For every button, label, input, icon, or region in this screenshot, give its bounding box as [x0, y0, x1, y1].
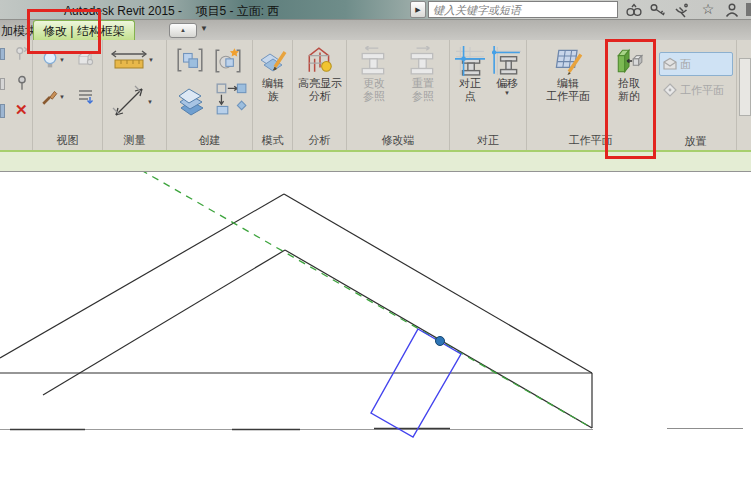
placement-face-label: 面: [680, 57, 691, 72]
reset-reference-icon: [408, 45, 438, 77]
pick-new-work-plane-button[interactable]: 拾取 新的: [607, 42, 651, 103]
edit-family-button[interactable]: 编辑 族: [255, 42, 291, 103]
unpin-disabled-icon[interactable]: [13, 45, 31, 63]
face-icon: [660, 57, 680, 72]
delete-button[interactable]: ✕: [15, 102, 28, 117]
override-graphics-brush-button[interactable]: ▼: [41, 88, 65, 106]
aligned-dimension-button[interactable]: ▼: [111, 84, 153, 120]
create-group-button[interactable]: [175, 46, 205, 76]
ribbon-display-dropdown-icon[interactable]: ▼: [200, 24, 208, 33]
dropdown-icon: ▼: [59, 57, 65, 64]
thin-lines-button[interactable]: [77, 88, 95, 106]
reset-reference-button: 重置 参照: [401, 42, 445, 103]
ribbon: ✕ ▼ ▼ 视图: [0, 40, 751, 152]
panel-label-view[interactable]: 视图: [33, 132, 102, 150]
highlight-analytical-button[interactable]: 高亮显示 分析: [297, 42, 343, 103]
drawing-area[interactable]: [0, 172, 751, 500]
expand-arrow-icon: ▶: [415, 6, 420, 13]
pick-new-icon: [614, 45, 644, 77]
temporary-hide-lightbulb-button[interactable]: ▼: [41, 50, 65, 70]
dropdown-icon: ▼: [504, 90, 510, 97]
panel-clipped-right: [737, 40, 751, 150]
reference-plane-dashed-line[interactable]: [141, 172, 592, 428]
panel-label-measure[interactable]: 测量: [103, 132, 166, 150]
revit-window: Autodesk Revit 2015 - 项目5 - 立面: 西 ▶ ☆ 加模…: [0, 0, 751, 500]
dropdown-icon: ▼: [147, 99, 153, 106]
clipped-edge-icon: [746, 3, 751, 16]
tab-addins-partial[interactable]: 加模块: [1, 23, 37, 40]
change-reference-button: 更改 参照: [352, 42, 396, 103]
create-similar-button[interactable]: [175, 84, 209, 116]
offset-icon: [492, 45, 522, 77]
search-expand-button[interactable]: ▶: [410, 1, 426, 18]
subscription-key-icon[interactable]: [648, 1, 668, 19]
create-parts-button[interactable]: [215, 82, 247, 116]
edit-work-plane-button[interactable]: 编辑 工作平面: [533, 42, 603, 103]
panel-modify-clipped: ✕: [0, 40, 33, 150]
infocenter-search-input[interactable]: [428, 1, 618, 18]
edit-family-icon: [258, 45, 288, 77]
title-bar: Autodesk Revit 2015 - 项目5 - 立面: 西 ▶ ☆: [0, 0, 751, 20]
edit-work-plane-icon: [553, 45, 583, 77]
panel-modify-ends: 更改 参照 重置 参照 修改端: [347, 40, 450, 150]
ribbon-tab-row: 加模块 修改 | 结构框架 ▲ ▼: [0, 20, 751, 40]
panel-label-create[interactable]: 创建: [167, 132, 252, 150]
dropdown-icon: ▼: [59, 94, 65, 101]
signin-user-icon[interactable]: [722, 1, 742, 19]
panel-label-placement[interactable]: 放置: [655, 133, 736, 150]
clipped-button: [739, 58, 751, 116]
placement-work-plane-option: 工作平面: [659, 78, 733, 102]
justification-points-button[interactable]: 对正 点: [452, 42, 488, 103]
panel-mode: 编辑 族 模式: [253, 40, 293, 150]
pin-icon[interactable]: [13, 74, 31, 92]
communication-satellite-icon[interactable]: [672, 1, 692, 19]
panel-work-plane: 编辑 工作平面 拾取 新的 工作平面: [527, 40, 655, 150]
panel-label-analysis[interactable]: 分析: [293, 132, 346, 150]
panel-justify: 对正 点 偏移 ▼ 对正: [450, 40, 527, 150]
clipped-icon: [0, 48, 5, 60]
panel-label-modify-ends[interactable]: 修改端: [347, 132, 449, 150]
panel-label-work-plane[interactable]: 工作平面: [527, 132, 654, 150]
offset-button[interactable]: 偏移 ▼: [490, 42, 524, 97]
up-arrow-icon: ▲: [180, 27, 186, 33]
window-title: Autodesk Revit 2015 - 项目5 - 立面: 西: [64, 3, 279, 20]
create-assembly-button[interactable]: [213, 46, 243, 76]
default-3d-view-disabled-icon: [77, 50, 95, 68]
elevation-view-svg[interactable]: [0, 172, 751, 500]
panel-placement: 面 工作平面 放置: [655, 40, 737, 150]
panel-measure: ▼ ▼ 测量: [103, 40, 167, 150]
placement-face-option: 面: [659, 52, 733, 76]
panel-label-justify[interactable]: 对正: [450, 132, 526, 150]
panel-label-mode[interactable]: 模式: [253, 132, 292, 150]
options-bar: [0, 152, 751, 172]
outer-right-slope-line[interactable]: [284, 194, 592, 373]
clipped-icon: [0, 78, 5, 90]
endpoint-handle[interactable]: [436, 337, 445, 346]
panel-analysis: 高亮显示 分析 分析: [293, 40, 347, 150]
clipped-icon: [0, 104, 5, 118]
panel-view: ▼ ▼ 视图: [33, 40, 103, 150]
tab-modify-structural-framing[interactable]: 修改 | 结构框架: [33, 20, 135, 40]
dropdown-icon: ▼: [148, 57, 154, 64]
placement-work-plane-label: 工作平面: [680, 83, 724, 98]
highlight-analytical-icon: [305, 45, 335, 77]
justification-points-icon: [455, 45, 485, 77]
search-binoculars-icon[interactable]: [624, 1, 644, 19]
minimize-ribbon-button[interactable]: ▲: [169, 23, 197, 38]
work-plane-diamond-icon: [660, 82, 680, 98]
favorites-star-icon[interactable]: ☆: [698, 1, 718, 19]
measure-tape-button[interactable]: ▼: [110, 48, 154, 72]
panel-create: 创建: [167, 40, 253, 150]
change-reference-icon: [359, 45, 389, 77]
